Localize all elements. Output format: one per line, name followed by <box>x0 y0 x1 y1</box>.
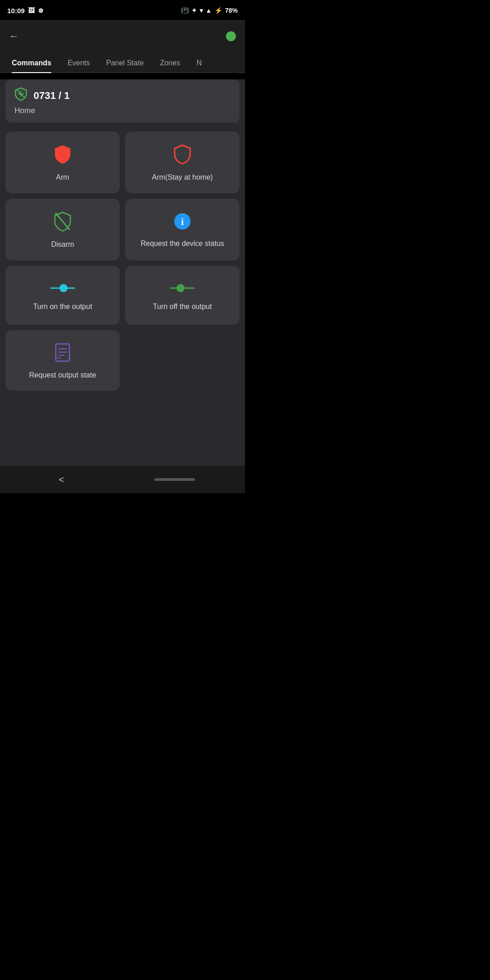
commands-grid: Arm Arm(Stay at home) Disarm <box>0 127 245 395</box>
disarm-icon <box>54 211 71 234</box>
tab-bar: Commands Events Panel State Zones N <box>0 53 245 73</box>
status-left: 10:09 🖼 ⊛ <box>7 7 44 15</box>
doc-icon <box>54 343 71 364</box>
arm-stay-icon <box>174 144 191 167</box>
target-icon: ⊛ <box>38 7 44 14</box>
svg-line-3 <box>56 213 69 230</box>
request-output-state-button[interactable]: Request output state <box>5 330 120 391</box>
device-header: 0731 / 1 Home <box>5 79 240 122</box>
turn-on-label: Turn on the output <box>33 302 92 312</box>
top-bar: ← <box>0 20 245 53</box>
tab-commands[interactable]: Commands <box>4 53 59 73</box>
wifi-icon: ▾ <box>200 7 203 14</box>
tab-events[interactable]: Events <box>59 53 98 73</box>
tab-zones[interactable]: Zones <box>152 53 188 73</box>
arm-button[interactable]: Arm <box>5 132 120 193</box>
slider-off-icon <box>169 280 196 296</box>
device-shield-icon <box>14 87 28 104</box>
signal-icon: ▲ <box>206 7 212 14</box>
arm-label: Arm <box>56 173 69 182</box>
device-id: 0731 / 1 <box>34 90 70 102</box>
svg-point-9 <box>176 284 185 292</box>
request-status-label: Request the device status <box>141 239 224 249</box>
device-name: Home <box>15 106 231 115</box>
status-bar: 10:09 🖼 ⊛ 📳 ✦ ▾ ▲ ⚡ 78% <box>0 0 245 20</box>
battery-icon: ⚡ <box>215 7 222 14</box>
home-pill[interactable] <box>154 478 195 481</box>
disarm-button[interactable]: Disarm <box>5 199 120 260</box>
info-icon: i <box>173 212 191 233</box>
svg-point-7 <box>59 284 68 292</box>
status-right: 📳 ✦ ▾ ▲ ⚡ 78% <box>181 7 238 14</box>
content-area: 0731 / 1 Home Arm Arm(Stay at home) <box>0 79 245 466</box>
arm-stay-button[interactable]: Arm(Stay at home) <box>125 132 240 193</box>
nav-bar: < <box>0 466 245 493</box>
nav-back-button[interactable]: < <box>50 470 74 490</box>
slider-on-icon <box>49 280 76 296</box>
request-output-state-label: Request output state <box>29 371 96 380</box>
tab-panel-state[interactable]: Panel State <box>98 53 152 73</box>
svg-text:i: i <box>181 216 184 227</box>
turn-on-button[interactable]: Turn on the output <box>5 266 120 325</box>
battery-percent: 78% <box>225 7 238 14</box>
arm-stay-label: Arm(Stay at home) <box>152 173 213 182</box>
arm-icon <box>54 144 71 167</box>
status-time: 10:09 <box>7 7 24 15</box>
vibrate-icon: 📳 <box>181 7 189 14</box>
device-id-row: 0731 / 1 <box>14 87 231 104</box>
tab-more[interactable]: N <box>188 53 210 73</box>
turn-off-label: Turn off the output <box>153 302 212 312</box>
photo-icon: 🖼 <box>28 7 34 14</box>
turn-off-button[interactable]: Turn off the output <box>125 266 240 325</box>
sparkle-icon: ✦ <box>191 7 197 14</box>
disarm-label: Disarm <box>51 240 74 250</box>
connection-indicator <box>226 31 236 41</box>
back-button[interactable]: ← <box>9 30 19 42</box>
request-status-button[interactable]: i Request the device status <box>125 199 240 260</box>
